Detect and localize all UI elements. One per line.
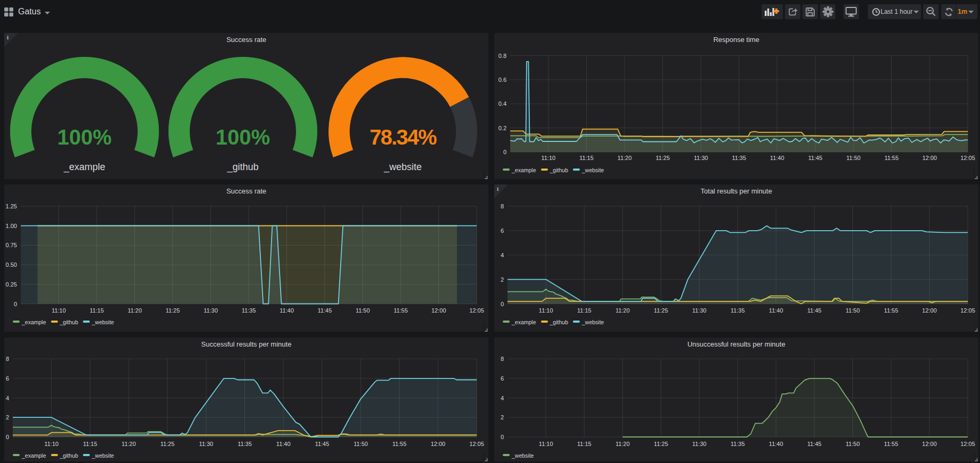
svg-text:11:45: 11:45 (807, 307, 822, 314)
svg-text:0.75: 0.75 (6, 242, 17, 248)
svg-text:8: 8 (501, 203, 504, 209)
svg-text:11:45: 11:45 (807, 441, 822, 447)
svg-text:11:40: 11:40 (769, 307, 783, 314)
svg-text:11:45: 11:45 (808, 155, 823, 161)
svg-text:0: 0 (501, 301, 504, 307)
svg-text:11:35: 11:35 (732, 155, 746, 161)
svg-text:11:50: 11:50 (846, 155, 860, 161)
svg-text:11:10: 11:10 (539, 307, 553, 314)
svg-text:11:25: 11:25 (166, 307, 180, 314)
svg-text:11:55: 11:55 (392, 441, 407, 447)
svg-text:11:20: 11:20 (122, 441, 136, 447)
svg-text:11:15: 11:15 (83, 441, 97, 447)
svg-text:12:05: 12:05 (469, 441, 484, 447)
svg-text:12:05: 12:05 (960, 441, 975, 447)
svg-text:11:35: 11:35 (731, 441, 745, 447)
svg-text:11:50: 11:50 (846, 307, 860, 314)
svg-text:12:00: 12:00 (922, 441, 937, 447)
svg-text:11:35: 11:35 (238, 441, 252, 447)
svg-text:11:20: 11:20 (128, 307, 142, 314)
svg-text:6: 6 (501, 375, 504, 382)
svg-text:11:45: 11:45 (315, 441, 330, 447)
svg-text:_github: _github (226, 162, 258, 173)
svg-text:11:10: 11:10 (541, 155, 555, 161)
svg-text:0.8: 0.8 (499, 53, 506, 59)
svg-text:11:20: 11:20 (618, 155, 632, 161)
svg-text:1.00: 1.00 (6, 223, 17, 229)
svg-text:8: 8 (501, 356, 504, 362)
svg-text:12:05: 12:05 (960, 307, 975, 314)
svg-text:6: 6 (6, 375, 9, 382)
svg-text:11:10: 11:10 (52, 307, 66, 314)
svg-text:11:15: 11:15 (90, 307, 104, 314)
svg-text:11:10: 11:10 (539, 441, 553, 447)
svg-text:4: 4 (501, 395, 504, 401)
svg-text:2: 2 (6, 414, 9, 420)
svg-text:11:50: 11:50 (356, 307, 370, 314)
svg-text:11:30: 11:30 (694, 155, 708, 161)
svg-text:11:40: 11:40 (276, 441, 291, 447)
svg-text:4: 4 (6, 395, 9, 401)
svg-text:11:35: 11:35 (731, 307, 745, 314)
svg-text:0.25: 0.25 (6, 281, 17, 288)
svg-text:11:25: 11:25 (654, 307, 668, 314)
svg-text:11:55: 11:55 (394, 307, 408, 314)
svg-text:6: 6 (501, 228, 504, 234)
svg-text:11:25: 11:25 (654, 441, 668, 447)
svg-text:11:30: 11:30 (692, 441, 706, 447)
svg-text:12:00: 12:00 (430, 441, 445, 447)
svg-text:12:00: 12:00 (432, 307, 446, 314)
svg-text:2: 2 (501, 414, 504, 420)
svg-text:11:15: 11:15 (577, 307, 592, 314)
svg-text:0.50: 0.50 (6, 262, 17, 268)
svg-text:_example: _example (63, 162, 105, 173)
svg-text:0.4: 0.4 (499, 100, 506, 107)
svg-text:11:50: 11:50 (846, 441, 860, 447)
svg-text:11:25: 11:25 (160, 441, 175, 447)
svg-text:0.2: 0.2 (499, 125, 506, 131)
svg-text:12:00: 12:00 (922, 155, 937, 161)
svg-text:78.34%: 78.34% (370, 125, 437, 149)
svg-text:11:35: 11:35 (242, 307, 256, 314)
svg-text:0: 0 (503, 149, 506, 155)
svg-text:0.6: 0.6 (499, 77, 506, 83)
svg-text:11:30: 11:30 (204, 307, 218, 314)
svg-text:12:05: 12:05 (960, 155, 975, 161)
svg-text:11:20: 11:20 (615, 441, 630, 447)
svg-text:4: 4 (501, 252, 504, 258)
svg-text:11:50: 11:50 (353, 441, 368, 447)
svg-text:12:05: 12:05 (469, 307, 484, 314)
svg-text:8: 8 (6, 356, 9, 362)
svg-text:1.25: 1.25 (6, 203, 17, 209)
svg-text:12:00: 12:00 (922, 307, 937, 314)
svg-text:11:30: 11:30 (199, 441, 213, 447)
svg-text:11:55: 11:55 (884, 307, 898, 314)
svg-text:11:40: 11:40 (770, 155, 784, 161)
svg-text:11:55: 11:55 (884, 441, 898, 447)
svg-text:11:40: 11:40 (280, 307, 294, 314)
svg-text:0: 0 (14, 301, 17, 307)
svg-text:11:10: 11:10 (44, 441, 58, 447)
svg-text:0: 0 (6, 434, 9, 440)
svg-text:0: 0 (501, 434, 504, 440)
svg-text:11:55: 11:55 (884, 155, 899, 161)
svg-text:11:40: 11:40 (769, 441, 783, 447)
svg-text:11:25: 11:25 (656, 155, 670, 161)
svg-text:11:15: 11:15 (579, 155, 594, 161)
svg-text:2: 2 (501, 276, 504, 283)
svg-text:11:20: 11:20 (615, 307, 630, 314)
svg-text:11:15: 11:15 (577, 441, 592, 447)
svg-text:_website: _website (383, 162, 421, 173)
svg-text:100%: 100% (57, 125, 112, 149)
svg-text:100%: 100% (216, 125, 270, 149)
svg-text:11:30: 11:30 (692, 307, 706, 314)
svg-text:11:45: 11:45 (318, 307, 332, 314)
